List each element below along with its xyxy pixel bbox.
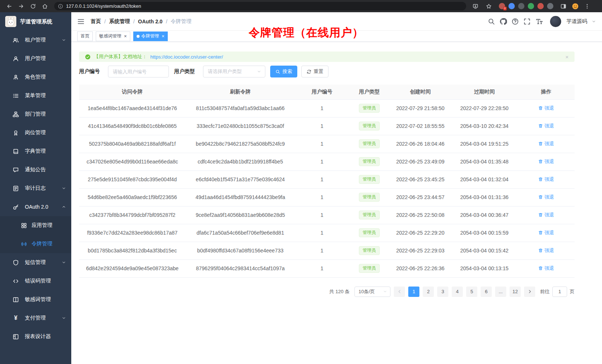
expire-time-cell: 2054-03-04 00:15:42 (451, 242, 518, 259)
sidebar-item-sensitive-word[interactable]: 敏感词管理 (0, 290, 71, 309)
trash-icon (538, 177, 543, 182)
user-id-cell: 1 (295, 153, 349, 171)
sidebar-item-sms[interactable]: 短信管理 (0, 253, 71, 272)
extension-dark-icon[interactable] (518, 3, 524, 9)
audit-icon (13, 185, 19, 192)
page-6-button[interactable]: 6 (481, 287, 492, 297)
close-tab-icon[interactable]: × (124, 34, 127, 39)
app-logo[interactable]: 芋道管理系统 (0, 12, 71, 31)
user-name[interactable]: 芋道源码 (566, 18, 587, 25)
reload-icon[interactable] (28, 1, 38, 11)
breadcrumb-separator: / (133, 19, 135, 24)
sidebar-item-menu[interactable]: 菜单管理 (0, 86, 71, 105)
fullscreen-icon[interactable] (523, 18, 531, 25)
reset-button[interactable]: 重置 (301, 66, 328, 77)
close-tab-icon[interactable]: × (162, 34, 165, 39)
help-icon[interactable] (511, 18, 519, 25)
doc-link[interactable]: https://doc.iocoder.cn/user-center/ (150, 54, 223, 60)
user-avatar[interactable] (550, 16, 561, 27)
sidebar-item-notice[interactable]: 通知公告 (0, 161, 71, 179)
sidebar-item-audit-log[interactable]: 审计日志 (0, 179, 71, 198)
github-icon[interactable] (500, 18, 507, 25)
sidebar-item-dict[interactable]: 字典管理 (0, 142, 71, 161)
force-logout-button[interactable]: 强退 (538, 194, 554, 201)
page-4-button[interactable]: 4 (452, 287, 463, 297)
next-page-button[interactable] (524, 287, 535, 297)
bookmark-star-icon[interactable] (484, 1, 494, 11)
expire-time-cell: 2054-03-04 01:32:04 (451, 171, 518, 188)
user-id-input[interactable] (108, 66, 169, 77)
breadcrumb-item[interactable]: 系统管理 (109, 18, 130, 25)
goto-unit: 页 (570, 288, 575, 295)
sidebar-item-oauth2[interactable]: OAuth 2.0 (0, 198, 71, 216)
force-logout-button[interactable]: 强退 (538, 176, 554, 183)
oauth-icon (13, 204, 19, 210)
force-logout-button[interactable]: 强退 (538, 265, 554, 272)
column-header: 访问令牌 (79, 85, 186, 99)
access-token-cell: 275e5de9151045fe87cbdc395e004f4d (79, 171, 186, 188)
trash-icon (538, 248, 543, 253)
force-logout-button[interactable]: 强退 (538, 158, 554, 165)
goto-page-input[interactable] (552, 287, 567, 297)
user-caret-down-icon[interactable] (592, 19, 596, 24)
breadcrumb-item[interactable]: 首页 (91, 18, 101, 25)
tab-home[interactable]: 首页 (77, 32, 93, 41)
extension-blue-icon[interactable] (508, 3, 515, 9)
force-logout-button[interactable]: 强退 (538, 212, 554, 218)
prev-page-button[interactable] (394, 287, 405, 297)
force-logout-button[interactable]: 强退 (538, 140, 554, 147)
page-more-button[interactable]: ... (495, 287, 506, 297)
sidebar-item-oauth2-token[interactable]: 令牌管理 (0, 235, 71, 253)
browser-profile-avatar[interactable] (572, 3, 579, 10)
extension-green-icon[interactable] (528, 3, 534, 9)
access-token-cell: 6d842e2924594de9a09e45e087323abe (79, 259, 186, 277)
home-icon[interactable] (40, 1, 50, 11)
user-type-select[interactable]: 请选择用户类型 (203, 66, 265, 77)
sidebar-item-dept[interactable]: 部门管理 (0, 105, 71, 123)
sidebar-item-error-code[interactable]: 错误码管理 (0, 272, 71, 290)
site-info-icon[interactable] (58, 4, 63, 9)
browser-menu-icon[interactable] (582, 1, 592, 11)
sidebar-item-oauth2-application[interactable]: 应用管理 (0, 216, 71, 235)
tab-oauth2-token[interactable]: 令牌管理× (133, 32, 168, 41)
side-panel-icon[interactable] (559, 1, 568, 11)
breadcrumb-item[interactable]: OAuth 2.0 (138, 19, 163, 24)
force-logout-button[interactable]: 强退 (538, 247, 554, 254)
column-header: 过期时间 (451, 85, 518, 99)
created-time-cell: 2022-06-25 23:45:25 (390, 171, 451, 188)
extension-puzzle-icon[interactable] (537, 3, 544, 9)
created-time-cell: 2022-06-26 18:04:46 (390, 135, 451, 153)
access-token-cell: b0d1785bc3a8482f812db4a3f3bd15ec (79, 242, 186, 259)
forward-icon[interactable] (16, 1, 26, 11)
page-12-button[interactable]: 12 (510, 287, 521, 297)
sidebar-item-report-designer[interactable]: 报表设计器 (0, 327, 71, 346)
search-button[interactable]: 搜索 (270, 66, 297, 77)
column-header: 操作 (518, 85, 575, 99)
install-icon[interactable] (471, 1, 480, 11)
force-logout-button[interactable]: 强退 (538, 229, 554, 236)
user-id-cell: 1 (295, 171, 349, 188)
success-check-icon (85, 54, 91, 60)
page-2-button[interactable]: 2 (423, 287, 434, 297)
sidebar-item-post[interactable]: 岗位管理 (0, 123, 71, 142)
page-5-button[interactable]: 5 (466, 287, 477, 297)
sidebar-item-tenant[interactable]: 租户管理 (0, 31, 71, 49)
tree-icon (13, 111, 19, 118)
tab-sensitive-word[interactable]: 敏感词管理× (96, 32, 130, 41)
page-3-button[interactable]: 3 (437, 287, 448, 297)
search-icon[interactable] (488, 18, 495, 25)
sidebar-item-user[interactable]: 用户管理 (0, 49, 71, 68)
sidebar-item-role[interactable]: 角色管理 (0, 68, 71, 86)
force-logout-button[interactable]: 强退 (538, 105, 554, 112)
hamburger-icon[interactable] (77, 18, 85, 25)
extension-gray-icon[interactable] (547, 3, 553, 9)
font-size-icon[interactable] (535, 18, 543, 25)
force-logout-button[interactable]: 强退 (538, 123, 554, 129)
extension-red-icon[interactable]: 0 (499, 3, 505, 9)
address-bar[interactable]: 127.0.0.1:1024/system/oauth2/token (54, 2, 466, 10)
sidebar-item-pay[interactable]: ¥支付管理 (0, 309, 71, 327)
page-1-button[interactable]: 1 (408, 287, 419, 297)
back-icon[interactable] (4, 1, 14, 11)
alert-close-icon[interactable]: × (565, 54, 569, 60)
page-size-select[interactable]: 10条/页 (354, 287, 390, 297)
